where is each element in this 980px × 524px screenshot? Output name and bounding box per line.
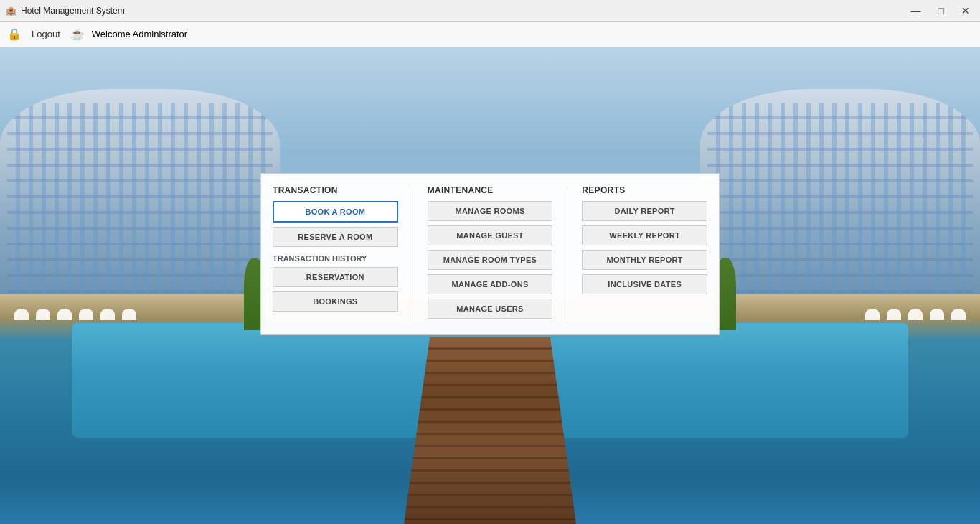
umbrella-area-left xyxy=(14,309,136,320)
transaction-title: TRANSACTION xyxy=(273,185,398,195)
divider-1 xyxy=(413,185,413,323)
toolbar: 🔒 Logout ☕ Welcome Administrator xyxy=(0,22,980,47)
weekly-report-button[interactable]: WEEKLY REPORT xyxy=(582,225,707,245)
umbrella-area-right xyxy=(865,309,966,320)
manage-users-button[interactable]: MANAGE USERS xyxy=(428,299,553,319)
maintenance-section: MAINTENANCE MANAGE ROOMS MANAGE GUEST MA… xyxy=(428,185,553,323)
reports-section: REPORTS DAILY REPORT WEEKLY REPORT MONTH… xyxy=(582,185,707,323)
app-icon: 🏨 xyxy=(6,6,17,16)
manage-room-types-button[interactable]: MANAGE ROOM TYPES xyxy=(428,250,553,270)
transaction-section: TRANSACTION BOOK A ROOM RESERVE A ROOM T… xyxy=(273,185,398,323)
close-button[interactable]: ✕ xyxy=(957,4,974,17)
app-title: Hotel Management System xyxy=(21,6,125,16)
bridge xyxy=(404,337,576,524)
logout-button[interactable]: Logout xyxy=(29,27,63,41)
daily-report-button[interactable]: DAILY REPORT xyxy=(582,201,707,221)
title-bar-controls[interactable]: — □ ✕ xyxy=(907,4,974,17)
reserve-room-button[interactable]: RESERVE A ROOM xyxy=(273,227,398,247)
maintenance-title: MAINTENANCE xyxy=(428,185,553,195)
manage-addons-button[interactable]: MANAGE ADD-ONS xyxy=(428,274,553,294)
background: TRANSACTION BOOK A ROOM RESERVE A ROOM T… xyxy=(0,47,980,524)
inclusive-dates-button[interactable]: INCLUSIVE DATES xyxy=(582,274,707,294)
monthly-report-button[interactable]: MONTHLY REPORT xyxy=(582,250,707,270)
transaction-history-title: TRANSACTION HISTORY xyxy=(273,254,398,263)
book-room-button[interactable]: BOOK A ROOM xyxy=(273,201,398,223)
title-bar-left: 🏨 Hotel Management System xyxy=(6,6,125,16)
coffee-icon: ☕ xyxy=(70,27,85,41)
manage-rooms-button[interactable]: MANAGE ROOMS xyxy=(428,201,553,221)
bookings-button[interactable]: BOOKINGS xyxy=(273,291,398,312)
reports-title: REPORTS xyxy=(582,185,707,195)
welcome-label: Welcome Administrator xyxy=(92,29,187,39)
manage-guest-button[interactable]: MANAGE GUEST xyxy=(428,225,553,245)
title-bar: 🏨 Hotel Management System — □ ✕ xyxy=(0,0,980,22)
menu-panel: TRANSACTION BOOK A ROOM RESERVE A ROOM T… xyxy=(260,173,720,335)
lock-icon: 🔒 xyxy=(7,27,22,41)
minimize-button[interactable]: — xyxy=(907,4,925,17)
reservation-button[interactable]: RESERVATION xyxy=(273,267,398,287)
divider-2 xyxy=(567,185,567,323)
maximize-button[interactable]: □ xyxy=(934,4,948,17)
